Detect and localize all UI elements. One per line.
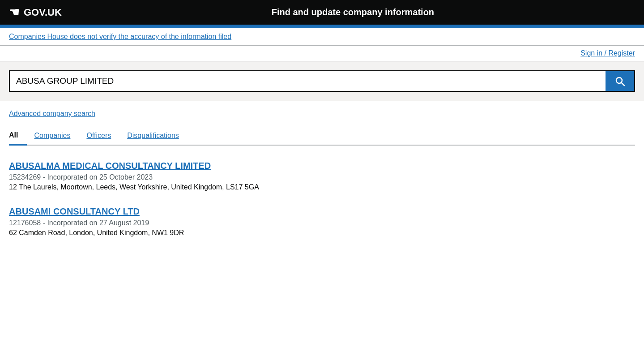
result-item: ABUSALMA MEDICAL CONSULTANCY LIMITED 152… — [9, 159, 635, 191]
search-button[interactable] — [606, 71, 634, 91]
search-form — [9, 70, 635, 92]
main-content: Advanced company search All Companies Of… — [0, 101, 644, 259]
search-input[interactable] — [10, 71, 606, 91]
crown-icon: ☚ — [9, 5, 19, 19]
result-company-name: ABUSALMA MEDICAL CONSULTANCY LIMITED — [9, 159, 635, 172]
signin-bar: Sign in / Register — [0, 46, 644, 61]
notice-link[interactable]: Companies House does not verify the accu… — [9, 33, 231, 40]
result-meta: 12176058 - Incorporated on 27 August 201… — [9, 219, 635, 227]
gov-logo[interactable]: ☚ GOV.UK — [9, 5, 62, 19]
tab-officers[interactable]: Officers — [86, 127, 120, 144]
search-tabs: All Companies Officers Disqualifications — [9, 127, 635, 146]
site-title: Find and update company information — [71, 7, 635, 17]
result-company-link[interactable]: ABUSAMI CONSULTANCY LTD — [9, 206, 140, 216]
result-company-link[interactable]: ABUSALMA MEDICAL CONSULTANCY LIMITED — [9, 161, 211, 171]
notice-bar: Companies House does not verify the accu… — [0, 28, 644, 46]
result-item: ABUSAMI CONSULTANCY LTD 12176058 - Incor… — [9, 205, 635, 237]
signin-link[interactable]: Sign in / Register — [580, 49, 635, 57]
site-header: ☚ GOV.UK Find and update company informa… — [0, 0, 644, 25]
advanced-search-link[interactable]: Advanced company search — [9, 110, 95, 117]
advanced-search-section: Advanced company search — [9, 110, 635, 118]
blue-accent-bar — [0, 25, 644, 28]
tab-all[interactable]: All — [9, 127, 27, 146]
tab-disqualifications[interactable]: Disqualifications — [127, 127, 188, 144]
svg-line-1 — [622, 83, 625, 86]
search-section — [0, 61, 644, 101]
result-company-name: ABUSAMI CONSULTANCY LTD — [9, 205, 635, 217]
search-icon — [614, 76, 625, 86]
search-results: ABUSALMA MEDICAL CONSULTANCY LIMITED 152… — [9, 159, 635, 237]
tab-companies[interactable]: Companies — [34, 127, 79, 144]
result-address: 12 The Laurels, Moortown, Leeds, West Yo… — [9, 183, 635, 191]
result-address: 62 Camden Road, London, United Kingdom, … — [9, 229, 635, 237]
gov-logo-text: GOV.UK — [24, 7, 62, 18]
result-meta: 15234269 - Incorporated on 25 October 20… — [9, 173, 635, 181]
